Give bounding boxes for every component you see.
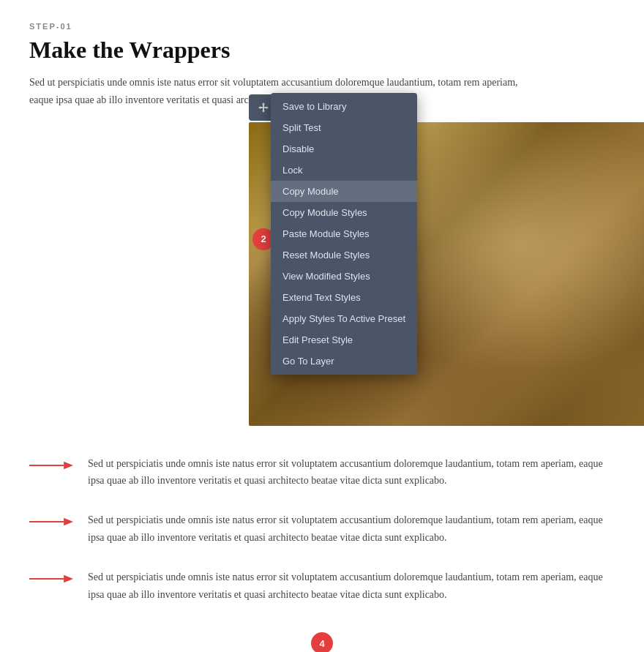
content-section: 1 Save to Library Split Test Disabl [29, 122, 615, 448]
menu-item-save-to-library[interactable]: Save to Library [271, 96, 417, 117]
menu-item-copy-module-styles[interactable]: Copy Module Styles [271, 202, 417, 223]
menu-item-reset-module-styles[interactable]: Reset Module Styles [271, 244, 417, 266]
menu-item-go-to-layer[interactable]: Go To Layer [271, 351, 417, 372]
page-container: STEP-01 Make the Wrappers Sed ut perspic… [0, 0, 644, 652]
image-section: 1 Save to Library Split Test Disabl [249, 122, 644, 426]
list-item: Sed ut perspiciatis unde omnis iste natu… [29, 512, 615, 547]
menu-item-disable[interactable]: Disable [271, 138, 417, 160]
arrow-icon-2 [29, 512, 73, 529]
arrow-text-1: Sed ut perspiciatis unde omnis iste natu… [88, 455, 615, 490]
step-label: STEP-01 [29, 22, 615, 31]
arrow-text-3: Sed ut perspiciatis unde omnis iste natu… [88, 569, 615, 604]
list-item: Sed ut perspiciatis unde omnis iste natu… [29, 455, 615, 490]
context-menu: Save to Library Split Test Disable Lock … [271, 93, 417, 375]
svg-marker-8 [64, 461, 73, 468]
main-content: 1 Save to Library Split Test Disabl [139, 122, 615, 448]
section-title: Make the Wrappers [29, 37, 615, 64]
arrow-list: Sed ut perspiciatis unde omnis iste natu… [29, 455, 615, 604]
bottom-badge-area: 4 [29, 625, 615, 652]
list-item: Sed ut perspiciatis unde omnis iste natu… [29, 569, 615, 604]
menu-item-view-modified-styles[interactable]: View Modified Styles [271, 266, 417, 287]
arrow-icon-1 [29, 455, 73, 473]
menu-item-extend-text-styles[interactable]: Extend Text Styles [271, 287, 417, 308]
arrow-text-2: Sed ut perspiciatis unde omnis iste natu… [88, 512, 615, 547]
menu-item-paste-module-styles[interactable]: Paste Module Styles [271, 223, 417, 244]
menu-item-edit-preset-style[interactable]: Edit Preset Style [271, 329, 417, 351]
bottom-badge: 4 [311, 632, 333, 652]
module-toolbar: 1 Save to Library Split Test Disabl [249, 94, 369, 121]
arrow-icon-3 [29, 569, 73, 586]
menu-item-split-test[interactable]: Split Test [271, 117, 417, 138]
left-margin [29, 122, 139, 448]
menu-item-copy-module[interactable]: Copy Module [271, 181, 417, 202]
svg-marker-12 [64, 575, 73, 582]
menu-item-apply-styles-preset[interactable]: Apply Styles To Active Preset [271, 308, 417, 329]
svg-marker-10 [64, 518, 73, 525]
menu-item-lock[interactable]: Lock [271, 160, 417, 181]
